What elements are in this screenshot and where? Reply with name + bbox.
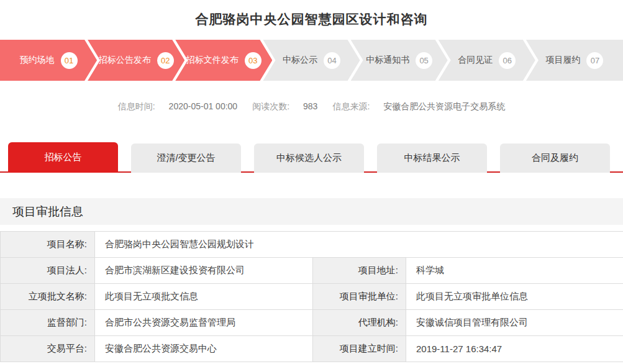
step-item-reserve-venue: 预约场地 01 <box>0 40 97 81</box>
tab-bar: 招标公告 澄清/变更公告 中标候选人公示 中标结果公示 合同及履约 <box>0 142 623 173</box>
step-label: 中标公示 <box>283 55 317 66</box>
field-label-approval-doc-name: 立项批文名称: <box>1 284 95 310</box>
meta-source-label: 信息来源: <box>332 101 370 112</box>
step-item-project-performance: 项目履约 07 <box>526 40 623 81</box>
step-label: 中标通知书 <box>366 55 409 66</box>
field-label-project-name: 项目名称: <box>1 232 95 258</box>
tab-contract-performance[interactable]: 合同及履约 <box>500 143 610 173</box>
meta-time: 信息时间: 2020-05-01 00:00 <box>118 101 237 112</box>
step-item-winner-publicity: 中标公示 04 <box>263 40 360 81</box>
step-label: 招标文件发布 <box>186 55 239 66</box>
meta-views: 阅读次数: 983 <box>252 101 317 112</box>
project-approval-table: 项目名称: 合肥骆岗中央公园智慧公园规划设计 项目法人: 合肥市滨湖新区建设投资… <box>0 231 623 362</box>
field-value-agency: 安徽诚信项目管理有限公司 <box>406 310 623 336</box>
step-number-badge: 06 <box>499 52 516 69</box>
meta-source: 信息来源: 安徽合肥公共资源电子交易系统 <box>332 101 505 112</box>
page-title: 合肥骆岗中央公园智慧园区设计和咨询 <box>0 11 623 28</box>
table-row: 监督部门: 合肥市公共资源交易监督管理局 代理机构: 安徽诚信项目管理有限公司 <box>1 310 623 336</box>
step-number-badge: 05 <box>416 52 432 69</box>
field-value-trading-platform: 安徽合肥公共资源交易中心 <box>95 336 313 362</box>
step-item-contract-witness: 合同见证 06 <box>439 40 535 81</box>
table-row: 立项批文名称: 此项目无立项批文信息 项目审批单位: 此项目无立项审批单位信息 <box>1 284 623 310</box>
field-value-approval-unit: 此项目无立项审批单位信息 <box>406 284 623 310</box>
step-number-badge: 04 <box>324 52 340 69</box>
tab-winner-candidates[interactable]: 中标候选人公示 <box>254 143 364 173</box>
field-label-project-create-time: 项目建立时间: <box>313 336 406 362</box>
step-item-tender-announcement: 招标公告发布 02 <box>88 40 184 81</box>
info-meta-line: 信息时间: 2020-05-01 00:00 阅读次数: 983 信息来源: 安… <box>0 101 623 112</box>
meta-views-value: 983 <box>303 101 317 112</box>
meta-source-value: 安徽合肥公共资源电子交易系统 <box>383 101 505 112</box>
field-label-legal-person: 项目法人: <box>1 258 95 284</box>
field-label-project-address: 项目地址: <box>313 258 406 284</box>
step-label: 合同见证 <box>458 55 493 66</box>
step-label: 招标公告发布 <box>99 55 151 66</box>
tab-clarification-change[interactable]: 澄清/变更公告 <box>131 143 241 173</box>
step-number-badge: 01 <box>61 52 78 69</box>
field-value-supervision-dept: 合肥市公共资源交易监督管理局 <box>95 310 313 336</box>
table-row: 项目法人: 合肥市滨湖新区建设投资有限公司 项目地址: 科学城 <box>1 258 623 284</box>
step-item-tender-documents: 招标文件发布 03 <box>175 40 272 81</box>
field-value-approval-doc-name: 此项目无立项批文信息 <box>95 284 313 310</box>
field-label-approval-unit: 项目审批单位: <box>313 284 406 310</box>
field-value-project-address: 科学城 <box>406 258 623 284</box>
step-number-badge: 03 <box>245 52 261 69</box>
meta-time-value: 2020-05-01 00:00 <box>169 101 238 112</box>
table-row: 项目名称: 合肥骆岗中央公园智慧公园规划设计 <box>1 232 623 258</box>
field-value-legal-person: 合肥市滨湖新区建设投资有限公司 <box>95 258 313 284</box>
progress-steps: 预约场地 01 招标公告发布 02 招标文件发布 03 中标公示 04 中标通知… <box>0 40 623 81</box>
section-title-project-approval: 项目审批信息 <box>0 198 623 225</box>
step-label: 预约场地 <box>20 55 55 66</box>
meta-views-label: 阅读次数: <box>252 101 289 112</box>
field-label-agency: 代理机构: <box>313 310 406 336</box>
table-row: 交易平台: 安徽合肥公共资源交易中心 项目建立时间: 2019-11-27 16… <box>1 336 623 362</box>
field-label-supervision-dept: 监督部门: <box>1 310 95 336</box>
step-label: 项目履约 <box>545 55 580 66</box>
tab-winner-result[interactable]: 中标结果公示 <box>377 143 487 173</box>
field-value-project-name: 合肥骆岗中央公园智慧公园规划设计 <box>95 232 623 258</box>
step-number-badge: 02 <box>157 52 174 69</box>
field-value-project-create-time: 2019-11-27 16:34:47 <box>406 336 623 362</box>
step-number-badge: 07 <box>586 52 603 69</box>
step-item-award-notice: 中标通知书 05 <box>351 40 448 81</box>
tab-tender-announcement[interactable]: 招标公告 <box>8 142 118 173</box>
meta-time-label: 信息时间: <box>118 101 155 112</box>
field-label-trading-platform: 交易平台: <box>1 336 95 362</box>
